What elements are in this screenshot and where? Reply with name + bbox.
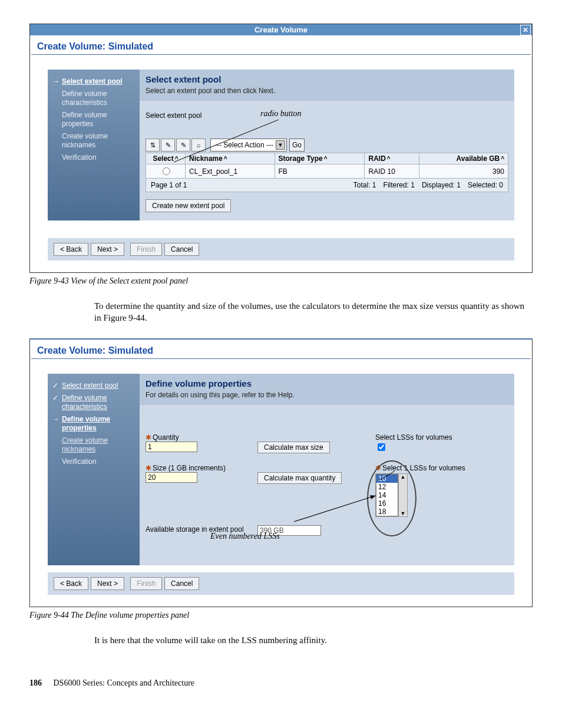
content-body: ✱Quantity Calculate max size Select LSSs… xyxy=(140,405,514,565)
quantity-label: ✱Quantity xyxy=(146,433,246,442)
action-select[interactable]: --- Select Action --- ▼ xyxy=(210,139,287,151)
col-available-gb[interactable]: Available GB^ xyxy=(419,153,508,164)
nav-verification: Verification xyxy=(52,456,135,468)
table-toolbar: ⇅ ✎ ✎ ⌕ --- Select Action --- ▼ Go xyxy=(146,139,508,151)
panel-header: Create Volume: Simulated xyxy=(31,341,531,359)
select-lss-label: Select LSSs for volumes xyxy=(375,433,508,442)
figure-9-43: Create Volume ✕ Create Volume: Simulated… xyxy=(29,24,533,273)
extent-pool-table: Select^ Nickname^ Storage Type^ RAID^ Av… xyxy=(146,153,508,179)
size-label: ✱Size (1 GB increments) xyxy=(146,464,246,472)
size-input[interactable] xyxy=(146,472,197,483)
finish-button: Finish xyxy=(130,243,162,256)
panel-header: Create Volume: Simulated xyxy=(31,37,531,55)
next-button[interactable]: Next > xyxy=(91,577,124,590)
page-number: 186 xyxy=(29,678,42,687)
cell-gb: 390 xyxy=(419,164,508,179)
lss-option-16[interactable]: 16 xyxy=(376,499,398,508)
lss-option-10[interactable]: 10 xyxy=(376,475,398,483)
body-label: Select extent pool xyxy=(146,111,201,120)
cell-storage: FB xyxy=(275,164,365,179)
page-footer: 186 DS6000 Series: Concepts and Architec… xyxy=(29,678,533,688)
content-title: Define volume properties xyxy=(146,378,508,388)
toolbar-icon-2[interactable]: ✎ xyxy=(161,139,175,151)
select-lss-checkbox[interactable] xyxy=(378,443,385,451)
col-raid[interactable]: RAID^ xyxy=(365,153,419,164)
content-title: Select extent pool xyxy=(146,74,508,84)
figure-9-44: Create Volume: Simulated Select extent p… xyxy=(29,338,533,607)
content-header: Select extent pool Select an extent pool… xyxy=(140,70,514,101)
wizard-footer: < Back Next > Finish Cancel xyxy=(48,238,514,261)
pool-radio[interactable] xyxy=(163,167,170,175)
cancel-button[interactable]: Cancel xyxy=(164,577,199,590)
lss-listbox[interactable]: 10 12 14 16 18 ▲▼ xyxy=(375,473,408,517)
radio-button-annotation: radio button xyxy=(260,109,302,118)
toolbar-icon-4[interactable]: ⌕ xyxy=(191,139,206,151)
figure-caption-9-44: Figure 9-44 The Define volume properties… xyxy=(29,611,533,620)
page-indicator: Page 1 of 1 xyxy=(151,181,346,189)
select-1-lss-label: ✱Select 1 LSSs for volumes xyxy=(375,464,508,472)
close-icon[interactable]: ✕ xyxy=(520,25,531,35)
nav-define-characteristics: Define volume characteristics xyxy=(52,88,135,109)
calc-max-size-button[interactable]: Calculate max size xyxy=(257,442,330,453)
lss-option-18[interactable]: 18 xyxy=(376,508,398,516)
nav-define-characteristics[interactable]: Define volume characteristics xyxy=(52,392,135,413)
go-button[interactable]: Go xyxy=(289,139,305,151)
toolbar-icon-3[interactable]: ✎ xyxy=(176,139,190,151)
body-paragraph-1: To determine the quantity and size of th… xyxy=(29,300,533,324)
content-body: Select extent pool radio button ⇅ ✎ ✎ ⌕ … xyxy=(140,101,514,220)
create-new-pool-button[interactable]: Create new extent pool xyxy=(146,199,231,212)
nav-verification: Verification xyxy=(52,151,135,164)
content-header: Define volume properties For details on … xyxy=(140,374,514,405)
wizard-footer: < Back Next > Finish Cancel xyxy=(48,572,514,595)
lss-option-12[interactable]: 12 xyxy=(376,483,398,491)
cancel-button[interactable]: Cancel xyxy=(164,243,199,256)
next-button[interactable]: Next > xyxy=(91,243,124,256)
scrollbar[interactable]: ▲▼ xyxy=(398,474,407,516)
window-titlebar: Create Volume ✕ xyxy=(30,24,532,35)
document-title: DS6000 Series: Concepts and Architecture xyxy=(54,678,195,687)
nav-define-properties: Define volume properties xyxy=(52,109,135,130)
table-footer: Page 1 of 1 Total: 1 Filtered: 1 Display… xyxy=(146,179,508,192)
wizard-nav: Select extent pool Define volume charact… xyxy=(48,374,140,565)
lss-option-14[interactable]: 14 xyxy=(376,491,398,499)
wizard-nav: Select extent pool Define volume charact… xyxy=(48,70,140,220)
body-paragraph-2: It is here that the volume will take on … xyxy=(29,634,533,646)
chevron-down-icon: ▼ xyxy=(276,140,285,150)
back-button[interactable]: < Back xyxy=(54,577,88,590)
quantity-input[interactable] xyxy=(146,442,197,452)
nav-select-extent-pool[interactable]: Select extent pool xyxy=(52,75,135,88)
nav-select-extent-pool[interactable]: Select extent pool xyxy=(52,380,135,392)
table-row[interactable]: CL_Ext_pool_1 FB RAID 10 390 xyxy=(146,164,508,179)
cell-nickname: CL_Ext_pool_1 xyxy=(186,164,275,179)
nav-define-properties[interactable]: Define volume properties xyxy=(52,413,135,434)
nav-create-nicknames: Create volume nicknames xyxy=(52,434,135,456)
cell-raid: RAID 10 xyxy=(365,164,419,179)
window-title: Create Volume xyxy=(254,25,308,34)
figure-caption-9-43: Figure 9-43 View of the Select extent po… xyxy=(29,276,533,286)
calc-max-qty-button[interactable]: Calculate max quantity xyxy=(257,472,342,484)
col-storage-type[interactable]: Storage Type^ xyxy=(275,153,365,164)
toolbar-icon-1[interactable]: ⇅ xyxy=(146,139,160,151)
back-button[interactable]: < Back xyxy=(54,243,88,256)
col-select[interactable]: Select^ xyxy=(146,153,186,164)
nav-create-nicknames: Create volume nicknames xyxy=(52,130,135,151)
col-nickname[interactable]: Nickname^ xyxy=(186,153,275,164)
content-subtitle: For details on using this page, refer to… xyxy=(146,391,508,399)
finish-button: Finish xyxy=(130,577,162,590)
content-subtitle: Select an extent pool and then click Nex… xyxy=(146,87,508,95)
even-lss-annotation: Even numbered LSSs xyxy=(210,532,280,541)
